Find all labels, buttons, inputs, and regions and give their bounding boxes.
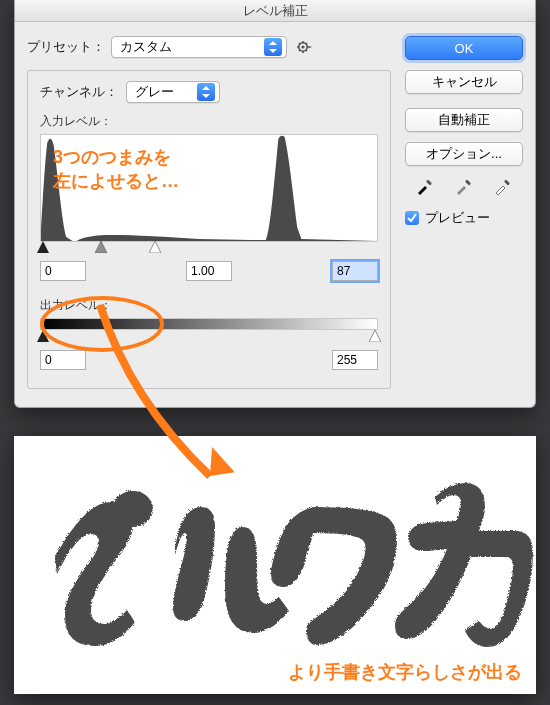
levels-panel: チャンネル： グレー 入力レベル： 3つのつまみを 左 bbox=[27, 70, 391, 389]
eyedropper-white-icon[interactable] bbox=[490, 176, 516, 199]
input-black-field[interactable] bbox=[40, 261, 86, 281]
chevron-updown-icon bbox=[197, 83, 215, 101]
output-slider-track[interactable] bbox=[40, 330, 378, 344]
svg-point-1 bbox=[301, 45, 304, 48]
output-white-thumb[interactable] bbox=[369, 330, 381, 342]
annotation-result: より手書き文字らしさが出る bbox=[288, 660, 522, 684]
output-levels-label: 出力レベル： bbox=[40, 297, 378, 314]
ok-button[interactable]: OK bbox=[405, 36, 523, 60]
cancel-button[interactable]: キャンセル bbox=[405, 70, 523, 94]
output-gradient bbox=[40, 318, 378, 330]
svg-line-9 bbox=[299, 50, 300, 51]
output-white-field[interactable] bbox=[332, 350, 378, 370]
eyedropper-gray-icon[interactable] bbox=[451, 176, 477, 199]
svg-line-8 bbox=[306, 43, 307, 44]
svg-point-13 bbox=[112, 490, 152, 526]
chevron-updown-icon bbox=[264, 38, 282, 56]
svg-rect-11 bbox=[465, 179, 471, 185]
svg-line-6 bbox=[299, 43, 300, 44]
levels-dialog: レベル補正 プリセット： カスタム チャンネル： グレー bbox=[14, 0, 536, 408]
svg-rect-10 bbox=[425, 179, 431, 185]
channel-combo[interactable]: グレー bbox=[126, 81, 220, 103]
gamma-thumb[interactable] bbox=[95, 241, 107, 253]
eyedropper-black-icon[interactable] bbox=[412, 176, 438, 199]
input-levels-label: 入力レベル： bbox=[40, 113, 378, 130]
options-button[interactable]: オプション... bbox=[405, 142, 523, 166]
input-slider-track[interactable] bbox=[40, 241, 378, 255]
white-point-thumb[interactable] bbox=[149, 241, 161, 253]
channel-value: グレー bbox=[135, 83, 191, 101]
auto-button[interactable]: 自動補正 bbox=[405, 108, 523, 132]
input-gamma-field[interactable] bbox=[186, 261, 232, 281]
histogram: 3つのつまみを 左によせると… bbox=[40, 134, 378, 242]
channel-label: チャンネル： bbox=[40, 83, 118, 101]
result-preview: より手書き文字らしさが出る bbox=[14, 436, 536, 694]
preset-value: カスタム bbox=[120, 38, 258, 56]
dialog-title: レベル補正 bbox=[15, 0, 535, 22]
black-point-thumb[interactable] bbox=[37, 241, 49, 253]
svg-rect-12 bbox=[504, 179, 510, 185]
preview-label: プレビュー bbox=[425, 209, 490, 227]
input-white-field[interactable] bbox=[332, 261, 378, 281]
gear-icon[interactable] bbox=[293, 36, 315, 58]
output-black-thumb[interactable] bbox=[37, 330, 49, 342]
output-black-field[interactable] bbox=[40, 350, 86, 370]
svg-line-7 bbox=[306, 50, 307, 51]
preset-label: プリセット： bbox=[27, 38, 105, 56]
preview-checkbox[interactable] bbox=[405, 211, 419, 225]
preset-combo[interactable]: カスタム bbox=[111, 36, 287, 58]
